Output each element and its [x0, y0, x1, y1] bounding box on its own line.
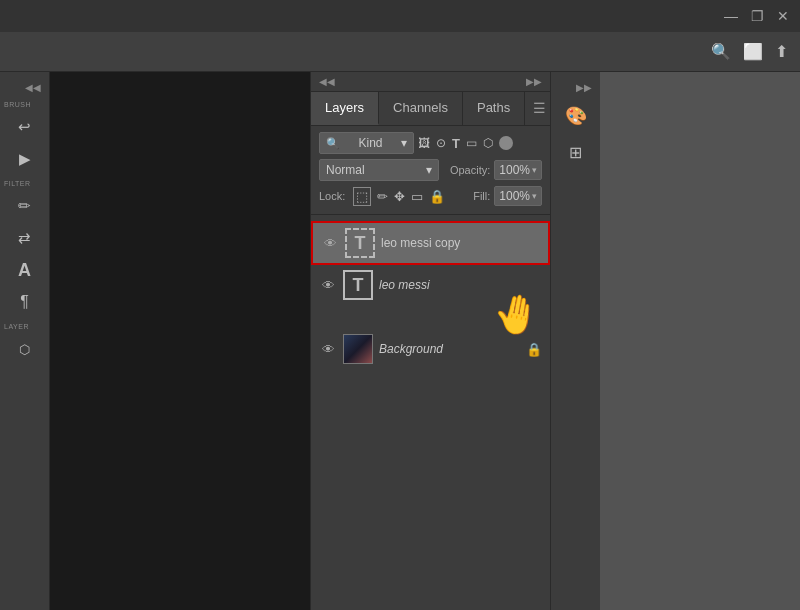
opacity-label: Opacity:: [450, 164, 490, 176]
tool-sidebar: ◀◀ BRUSH ↩ ▶ FILTER ✏ ⇄ A ¶ LAYER ⬡: [0, 72, 50, 610]
title-bar: — ❐ ✕: [0, 0, 800, 32]
tab-channels[interactable]: Channels: [379, 92, 463, 125]
lock-row: Lock: ⬚ ✏ ✥ ▭ 🔒 Fill: 100% ▾: [319, 186, 542, 206]
3d-tool[interactable]: ⬡: [6, 334, 44, 364]
image-filter-icon[interactable]: 🖼: [418, 136, 430, 150]
collapse-right-arrow[interactable]: ▶▶: [572, 80, 596, 95]
brush-section-label: BRUSH: [0, 101, 31, 108]
collapse-left-arrow[interactable]: ◀◀: [21, 80, 45, 95]
lock-icons: ⬚ ✏ ✥ ▭ 🔒: [353, 187, 445, 206]
layer-section-label: LAYER: [0, 323, 29, 330]
layout-icon[interactable]: ⬜: [743, 42, 763, 61]
layer-item-leo-messi[interactable]: 👁 T leo messi 🤚: [311, 265, 550, 305]
right-side-panel: ▶▶ 🎨 ⊞: [550, 72, 600, 610]
grid-panel-icon[interactable]: ⊞: [557, 137, 595, 167]
layer-name-background: Background: [379, 342, 443, 356]
share-icon[interactable]: ⬆: [775, 42, 788, 61]
minimize-button[interactable]: —: [722, 7, 740, 25]
shape-filter-icon[interactable]: ▭: [466, 136, 477, 150]
panel-collapse-right[interactable]: ▶▶: [522, 74, 546, 89]
blend-mode-label: Normal: [326, 163, 365, 177]
layer-thumb-background: [343, 334, 373, 364]
left-tools-area: ◀◀ BRUSH ↩ ▶ FILTER ✏ ⇄ A ¶ LAYER ⬡: [0, 72, 310, 610]
blend-mode-dropdown[interactable]: Normal ▾: [319, 159, 439, 181]
blend-mode-arrow: ▾: [426, 163, 432, 177]
blend-mode-row: Normal ▾ Opacity: 100% ▾: [319, 159, 542, 181]
layer-thumb-leo-messi: T: [343, 270, 373, 300]
search-icon[interactable]: 🔍: [711, 42, 731, 61]
layer-eye-leo-messi[interactable]: 👁: [319, 276, 337, 294]
text-filter-icon[interactable]: T: [452, 136, 460, 151]
paragraph-tool[interactable]: ¶: [6, 287, 44, 317]
adjust-tool[interactable]: ⇄: [6, 223, 44, 253]
layer-eye-background[interactable]: 👁: [319, 340, 337, 358]
kind-label: Kind: [358, 136, 382, 150]
panel-menu-icon[interactable]: ☰: [525, 92, 554, 125]
main-layout: ◀◀ BRUSH ↩ ▶ FILTER ✏ ⇄ A ¶ LAYER ⬡ ◀◀ ▶…: [0, 72, 800, 610]
canvas-area: [50, 72, 310, 610]
opacity-value: 100%: [499, 163, 530, 177]
smart-filter-icon[interactable]: ⬡: [483, 136, 493, 150]
lock-transparent-icon[interactable]: ⬚: [353, 187, 371, 206]
kind-dropdown[interactable]: 🔍 Kind ▾: [319, 132, 414, 154]
opacity-arrow: ▾: [532, 165, 537, 175]
opacity-group: Opacity: 100% ▾: [450, 160, 542, 180]
layer-thumb-leo-messi-copy: T: [345, 228, 375, 258]
fill-label: Fill:: [473, 190, 490, 202]
lock-position-icon[interactable]: ✥: [394, 189, 405, 204]
tab-layers[interactable]: Layers: [311, 92, 379, 125]
brush-tool[interactable]: ✏: [6, 191, 44, 221]
layer-name-leo-messi: leo messi: [379, 278, 430, 292]
fill-value: 100%: [499, 189, 530, 203]
panel-collapse-left[interactable]: ◀◀: [315, 74, 339, 89]
lock-pixels-icon[interactable]: ✏: [377, 189, 388, 204]
layer-eye-leo-messi-copy[interactable]: 👁: [321, 234, 339, 252]
kind-icons: 🖼 ⊙ T ▭ ⬡: [418, 136, 513, 151]
filter-section-label: FILTER: [0, 180, 31, 187]
layer-item-leo-messi-copy[interactable]: 👁 T leo messi copy: [311, 221, 550, 265]
kind-arrow: ▾: [401, 136, 407, 150]
panel-top-arrows: ◀◀ ▶▶: [311, 72, 550, 92]
circle-filter-icon[interactable]: ⊙: [436, 136, 446, 150]
arrow-tool[interactable]: ▶: [6, 144, 44, 174]
search-mini-icon: 🔍: [326, 137, 340, 150]
lock-label: Lock:: [319, 190, 345, 202]
tab-paths[interactable]: Paths: [463, 92, 525, 125]
top-toolbar: 🔍 ⬜ ⬆: [0, 32, 800, 72]
panel-tabs: Layers Channels Paths ☰: [311, 92, 550, 126]
close-button[interactable]: ✕: [774, 7, 792, 25]
hand-cursor-annotation: 🤚: [490, 291, 543, 337]
kind-row: 🔍 Kind ▾ 🖼 ⊙ T ▭ ⬡: [319, 132, 542, 154]
layers-panel: ◀◀ ▶▶ Layers Channels Paths ☰ 🔍 Kind ▾ 🖼: [310, 72, 550, 610]
text-tool[interactable]: A: [6, 255, 44, 285]
lock-icon-background: 🔒: [526, 342, 542, 357]
lock-all-icon[interactable]: 🔒: [429, 189, 445, 204]
layers-list: 👁 T leo messi copy 👁 T leo messi 🤚 👁 Bac…: [311, 217, 550, 610]
lock-artboard-icon[interactable]: ▭: [411, 189, 423, 204]
opacity-control[interactable]: 100% ▾: [494, 160, 542, 180]
maximize-button[interactable]: ❐: [748, 7, 766, 25]
color-panel-icon[interactable]: 🎨: [557, 101, 595, 131]
layers-controls: 🔍 Kind ▾ 🖼 ⊙ T ▭ ⬡ Normal ▾: [311, 126, 550, 212]
layer-name-leo-messi-copy: leo messi copy: [381, 236, 460, 250]
fill-control[interactable]: 100% ▾: [494, 186, 542, 206]
pixel-filter-icon[interactable]: [499, 136, 513, 150]
fill-group: Fill: 100% ▾: [473, 186, 542, 206]
fill-arrow: ▾: [532, 191, 537, 201]
rotate-tool[interactable]: ↩: [6, 112, 44, 142]
